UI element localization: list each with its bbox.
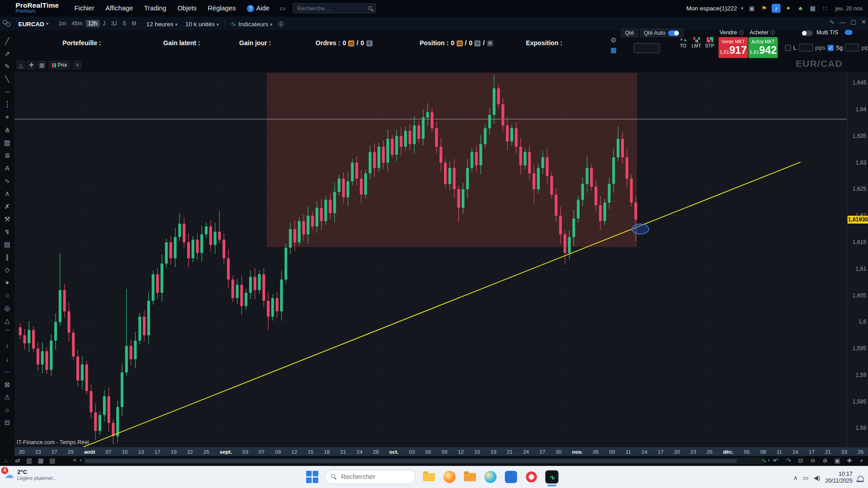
prorealtime-icon[interactable]: ∿ [545,470,559,484]
community-icon[interactable]: ♣ [796,4,805,13]
order-type-to[interactable]: ▼▲ TO [677,37,689,49]
order-type-stp[interactable]: ▙▜ STP [703,37,716,49]
calendar-icon[interactable]: ▦ [37,456,45,465]
hammer-tool-icon[interactable]: ⚒ [1,212,13,225]
symbol-selector[interactable]: EURCAD [18,20,44,27]
apps-grid-icon[interactable]: ∷ [821,4,830,13]
stop-pips-input[interactable] [845,44,859,52]
move-chart-icon[interactable]: ✚ [845,456,854,465]
tray-expand-icon[interactable]: ∧ [793,474,798,481]
tab-qty-auto[interactable]: Qté Auto [640,29,683,37]
redo-icon[interactable]: ↷ [784,456,793,465]
menu-objets[interactable]: Objets [172,5,202,12]
tab-qty[interactable]: Qté [621,29,638,37]
timeframe-M[interactable]: M [129,20,138,27]
pencil-tool-icon[interactable]: ✎ [1,60,13,72]
scrollbar-thumb[interactable] [85,459,737,462]
parallel-lines-tool-icon[interactable]: ∥ [1,251,13,263]
multi-ts-indicator[interactable] [845,30,853,35]
period-selector[interactable]: 12 heures ▾ [146,20,178,27]
timeframe-12h[interactable]: 12h [86,20,99,27]
timeframe-1m[interactable]: 1m [56,20,68,27]
ellipse-tool-icon[interactable]: ◎ [1,301,13,314]
price-axis[interactable]: 1,61930 1,6451,641,6351,631,6251,621,615… [847,72,868,447]
scroll-far-left-button[interactable]: « [72,456,77,463]
layout-icon[interactable]: ▥ [25,456,33,465]
price-axis-settings[interactable]: Prix [49,61,71,69]
link-icon[interactable] [3,19,12,27]
more-tools-icon[interactable]: ⋯ [1,365,13,378]
triangle-tool-icon[interactable]: △ [1,314,13,327]
stop-checkbox[interactable]: ✓ [828,45,834,51]
timeframe-S[interactable]: S [120,20,128,27]
position-gears-icon[interactable]: ⚙ [487,40,493,46]
menu-trading[interactable]: Trading [138,5,172,12]
circle-tool-icon[interactable]: ○ [1,289,13,301]
undo-icon[interactable]: ↶ [772,456,780,465]
notifications-icon[interactable] [858,475,863,480]
calendar-icon[interactable]: ▦ [808,4,817,13]
channel-tool-icon[interactable]: ▤ [1,238,13,251]
quantity-selector[interactable]: 10 k unités ▾ [185,20,219,27]
file-explorer-icon[interactable] [422,470,436,484]
weather-widget[interactable]: ☁ 4 2°C Légère pluie/nei... [5,469,57,481]
arrow-up-tool-icon[interactable]: ↑ [1,340,13,352]
fibonacci-tool-icon[interactable]: ≣ [1,149,13,161]
delete-drawing-icon[interactable]: ⊠ [1,378,13,390]
compare-icon[interactable]: ⇄ [13,456,21,465]
quantity-input[interactable] [634,43,660,53]
arc-tool-icon[interactable]: ⌒ [1,327,13,340]
taskbar-search-input[interactable] [326,470,415,483]
crosshair-icon[interactable]: ⌖ [858,456,866,465]
erase-icon[interactable]: ⊟ [797,456,805,465]
multi-ts-toggle[interactable] [802,30,812,36]
sound-icon[interactable]: ♪ [772,4,781,13]
pitchfork-tool-icon[interactable]: ⋔ [1,123,13,136]
orders-settings-icon[interactable]: ⚙ [366,40,372,46]
close-button[interactable]: ✕ [861,18,866,25]
buy-market-button[interactable]: Achat MKT 1,61942 [749,37,778,58]
wave-tool-icon[interactable]: ∿ [1,174,13,187]
list-icon[interactable]: ≡ [73,61,81,69]
sell-market-button[interactable]: Vente MKT 1,61917 [718,37,748,58]
display-icon[interactable]: ▭ [803,474,809,481]
horizontal-line-tool-icon[interactable]: ─ [1,85,13,98]
info-icon[interactable]: 🛈 [278,20,284,27]
zoom-out-icon[interactable]: ⊖ [809,456,817,465]
chart-scrollbar[interactable] [84,458,764,464]
flag-icon[interactable]: ⚑ [760,4,769,13]
blue-app-icon[interactable] [504,470,518,484]
measure-tool-icon[interactable]: ⌖ [1,111,13,123]
zoom-area-icon[interactable]: ▣ [833,456,841,465]
arrow-down-tool-icon[interactable]: ↓ [1,352,13,365]
trash-tool-icon[interactable]: ⊟ [1,416,13,429]
qty-auto-toggle[interactable] [668,30,679,36]
candlestick-chart[interactable] [14,72,847,447]
order-settings-icon[interactable]: ⚙ [611,37,617,44]
position-list-icon[interactable]: ▤ [457,40,462,46]
alert-icon[interactable]: △ [17,61,25,69]
add-chart-icon[interactable]: ✚ [27,61,35,69]
impulse-tool-icon[interactable]: ↯ [1,225,13,238]
vertical-line-tool-icon[interactable]: ┆ [1,98,13,111]
edge-icon[interactable] [483,470,498,484]
idea-tool-icon[interactable]: ☼ [1,404,13,416]
limit-pips-input[interactable] [798,44,813,52]
polygon-tool-icon[interactable]: ✦ [1,276,13,289]
gift-icon[interactable]: ✦ [784,4,793,13]
menu-réglages[interactable]: Réglages [202,5,241,12]
timeframe-45m[interactable]: 45m [70,20,85,27]
help-icon[interactable]: ? [247,5,254,12]
screens-icon[interactable]: ▣ [747,4,756,13]
files-orange-icon[interactable] [463,470,477,484]
zoom-in-icon[interactable]: ⊕ [821,456,829,465]
clock[interactable]: 10:17 20/11/2025 [825,471,852,484]
firefox-icon[interactable] [442,470,457,484]
chart-style-icon[interactable]: ∿ [760,456,768,465]
share-icon[interactable]: ∴ [2,456,10,465]
menu-affichage[interactable]: Affichage [100,5,139,12]
text-tool-icon[interactable]: A [1,162,13,174]
limit-checkbox[interactable] [785,45,791,51]
menubar-search-input[interactable] [293,4,375,13]
indicators-selector[interactable]: Indicateurs ▾ [238,20,272,27]
